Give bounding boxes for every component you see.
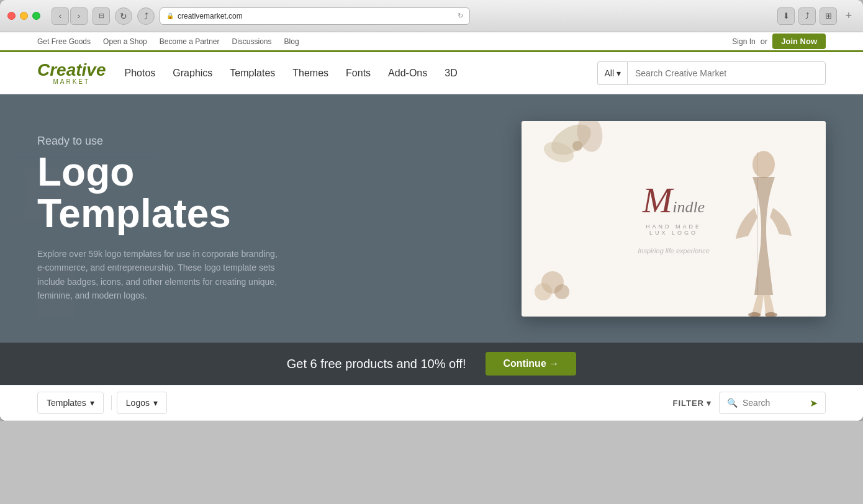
download-button[interactable]: ⬇ [777, 7, 795, 25]
blog-link[interactable]: Blog [284, 37, 299, 46]
nav-links: Photos Graphics Templates Themes Fonts A… [125, 68, 598, 79]
filter-button[interactable]: FILTER ▾ [672, 398, 712, 408]
join-now-button[interactable]: Join Now [772, 34, 826, 49]
filter-right: FILTER ▾ 🔍 ➤ [672, 392, 826, 414]
templates-filter-label: Templates [47, 398, 86, 408]
website-content: Get Free Goods Open a Shop Become a Part… [0, 32, 863, 421]
filter-bar: Templates ▾ Logos ▾ FILTER ▾ 🔍 ➤ [0, 385, 863, 421]
cta-bar: Get 6 free products and 10% off! Continu… [0, 343, 863, 385]
nav-photos[interactable]: Photos [125, 68, 156, 79]
close-button[interactable] [7, 12, 16, 20]
share-button[interactable]: ⤴ [137, 7, 155, 25]
hero-product-image: M indle HAND MADE LUX LOGO Inspiring lif… [522, 121, 826, 317]
reload-small-icon: ↻ [458, 12, 463, 20]
forward-button[interactable]: › [70, 7, 88, 25]
cta-continue-button[interactable]: Continue → [486, 352, 576, 376]
logo-letter-group: M indle [643, 182, 705, 218]
logo-creative: Creative [37, 61, 106, 79]
traffic-lights [7, 12, 40, 20]
logo-experience: Inspiring life experience [638, 247, 710, 254]
maximize-button[interactable] [32, 12, 40, 20]
nav-buttons: ‹ › [52, 7, 88, 25]
filter-search-icon: 🔍 [727, 398, 738, 408]
hero-title: Logo Templates [37, 151, 348, 235]
nav-addons[interactable]: Add-Ons [388, 68, 427, 79]
hero-title-line2: Templates [37, 191, 231, 236]
cta-text: Get 6 free products and 10% off! [287, 357, 466, 371]
url-text: creativemarket.com [178, 12, 243, 20]
browser-titlebar: ‹ › ⊟ ↻ ⤴ 🔒 creativemarket.com ↻ ⬇ ⤴ ⊞ + [0, 0, 863, 32]
nav-themes[interactable]: Themes [292, 68, 328, 79]
search-input[interactable] [627, 61, 826, 85]
templates-chevron-icon: ▾ [90, 398, 94, 408]
logo[interactable]: Creative MARKET [37, 61, 106, 85]
logo-brand-rest: indle [672, 198, 705, 217]
add-tab-button[interactable]: + [842, 9, 856, 23]
filter-separator [111, 395, 112, 410]
filter-search-input[interactable] [743, 398, 805, 408]
logo-text-overlay: M indle HAND MADE LUX LOGO Inspiring lif… [522, 121, 826, 317]
nav-3d[interactable]: 3D [445, 68, 457, 79]
logo-preview: M indle HAND MADE LUX LOGO Inspiring lif… [522, 121, 826, 317]
logos-chevron-icon: ▾ [153, 398, 158, 408]
filter-search-box[interactable]: 🔍 ➤ [719, 392, 826, 414]
logo-tagline1: HAND MADE [646, 223, 702, 230]
share-action-button[interactable]: ⤴ [798, 7, 816, 25]
discussions-link[interactable]: Discussions [232, 37, 272, 46]
tab-view-button[interactable]: ⊟ [93, 7, 110, 25]
add-to-reading-button[interactable]: ⊞ [820, 7, 837, 25]
sign-in-link[interactable]: Sign In [732, 37, 755, 46]
top-bar-auth: Sign In or Join Now [732, 34, 826, 49]
logos-filter-label: Logos [126, 398, 150, 408]
search-category-dropdown[interactable]: All ▾ [597, 61, 627, 85]
hero-title-line1: Logo [37, 150, 134, 194]
browser-window: ‹ › ⊟ ↻ ⤴ 🔒 creativemarket.com ↻ ⬇ ⤴ ⊞ +… [0, 0, 863, 421]
get-free-goods-link[interactable]: Get Free Goods [37, 37, 91, 46]
back-button[interactable]: ‹ [52, 7, 69, 25]
filter-chevron-icon: ▾ [707, 398, 712, 408]
search-all-label: All [604, 68, 614, 78]
lock-icon: 🔒 [166, 12, 174, 19]
filter-label-text: FILTER [672, 398, 704, 408]
address-bar[interactable]: 🔒 creativemarket.com ↻ [160, 7, 470, 25]
hero-description: Explore over 59k logo templates for use … [37, 247, 286, 303]
templates-filter-dropdown[interactable]: Templates ▾ [37, 392, 104, 414]
hero-section: Ready to use Logo Templates Explore over… [0, 94, 863, 343]
main-nav: Creative MARKET Photos Graphics Template… [0, 52, 863, 94]
nav-templates[interactable]: Templates [230, 68, 275, 79]
top-bar-links: Get Free Goods Open a Shop Become a Part… [37, 37, 299, 46]
logo-tagline2: LUX LOGO [649, 230, 698, 236]
logo-m-letter: M [643, 182, 672, 218]
top-bar: Get Free Goods Open a Shop Become a Part… [0, 32, 863, 52]
search-arrow-icon[interactable]: ➤ [810, 397, 818, 409]
open-a-shop-link[interactable]: Open a Shop [103, 37, 147, 46]
dropdown-chevron-icon: ▾ [617, 68, 621, 78]
reload-button[interactable]: ↻ [115, 7, 132, 25]
hero-content: Ready to use Logo Templates Explore over… [37, 135, 348, 303]
logos-filter-dropdown[interactable]: Logos ▾ [117, 392, 167, 414]
minimize-button[interactable] [20, 12, 28, 20]
search-container: All ▾ [597, 61, 826, 85]
or-text: or [761, 37, 768, 46]
become-a-partner-link[interactable]: Become a Partner [160, 37, 220, 46]
nav-fonts[interactable]: Fonts [346, 68, 371, 79]
hero-subtitle: Ready to use [37, 135, 348, 148]
nav-graphics[interactable]: Graphics [173, 68, 212, 79]
browser-actions: ⬇ ⤴ ⊞ [777, 7, 837, 25]
logo-market: MARKET [53, 79, 90, 85]
